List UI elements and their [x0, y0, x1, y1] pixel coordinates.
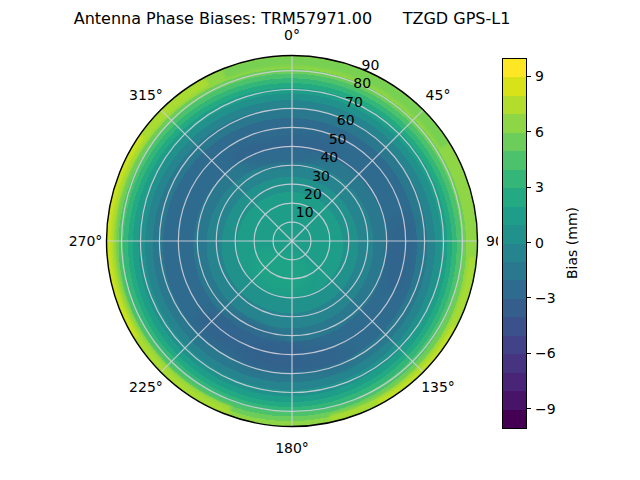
colorbar-band	[503, 151, 526, 169]
theta-tick-label: 45°	[426, 87, 451, 103]
colorbar-tick-label: 0	[535, 235, 544, 251]
theta-tick-label: 180°	[275, 440, 309, 456]
colorbar-tick-label: −6	[535, 345, 556, 361]
colorbar-band	[503, 354, 526, 372]
theta-tick-label: 315°	[129, 87, 163, 103]
colorbar-gradient	[502, 58, 527, 429]
colorbar: 9630−3−6−9 Bias (mm)	[498, 55, 640, 435]
colorbar-band	[503, 299, 526, 317]
colorbar-tick	[527, 131, 531, 132]
radial-tick-label: 70	[345, 94, 363, 110]
colorbar-tick	[527, 187, 531, 188]
radial-tick-label: 30	[312, 168, 330, 184]
colorbar-band	[503, 280, 526, 298]
colorbar-band	[503, 207, 526, 225]
theta-tick-label: 0°	[284, 27, 300, 43]
colorbar-tick	[527, 353, 531, 354]
colorbar-tick	[527, 242, 531, 243]
radial-tick-label: 20	[304, 186, 322, 202]
colorbar-tick	[527, 76, 531, 77]
colorbar-tick-label: 6	[535, 124, 544, 140]
colorbar-band	[503, 244, 526, 262]
colorbar-tick-label: 3	[535, 179, 544, 195]
radial-tick-label: 80	[353, 75, 371, 91]
radial-tick-label: 60	[337, 112, 355, 128]
colorbar-band	[503, 410, 526, 428]
colorbar-tick-label: −3	[535, 290, 556, 306]
radial-tick-label: 40	[320, 149, 338, 165]
theta-tick-label: 225°	[129, 379, 163, 395]
colorbar-band	[503, 317, 526, 335]
colorbar-band	[503, 262, 526, 280]
colorbar-tick	[527, 408, 531, 409]
colorbar-band	[503, 114, 526, 132]
colorbar-band	[503, 133, 526, 151]
radial-tick-label: 10	[296, 204, 314, 220]
theta-tick-label: 270°	[69, 233, 103, 249]
colorbar-band	[503, 170, 526, 188]
radial-tick-label: 90	[362, 57, 380, 73]
colorbar-tick-label: −9	[535, 401, 556, 417]
theta-tick-label: 135°	[421, 379, 455, 395]
colorbar-band	[503, 336, 526, 354]
colorbar-band	[503, 391, 526, 409]
figure: Antenna Phase Biases: TRM57971.00 TZGD G…	[0, 0, 640, 480]
colorbar-axis-label: Bias (mm)	[564, 207, 580, 279]
colorbar-tick	[527, 297, 531, 298]
colorbar-band	[503, 188, 526, 206]
colorbar-band	[503, 225, 526, 243]
colorbar-band	[503, 77, 526, 95]
colorbar-band	[503, 59, 526, 77]
colorbar-band	[503, 96, 526, 114]
colorbar-band	[503, 373, 526, 391]
radial-tick-label: 50	[329, 131, 347, 147]
colorbar-tick-label: 9	[535, 68, 544, 84]
